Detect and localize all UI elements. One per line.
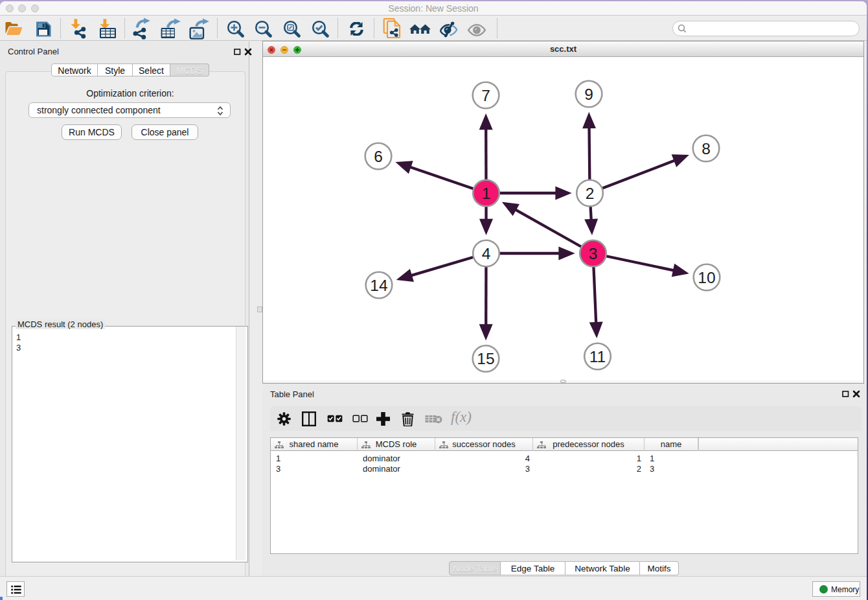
svg-text:10: 10 (698, 269, 715, 286)
svg-text:11: 11 (589, 348, 606, 365)
svg-text:6: 6 (374, 148, 383, 165)
svg-text:1: 1 (482, 185, 491, 202)
svg-text:2: 2 (586, 185, 595, 202)
svg-text:9: 9 (584, 86, 593, 103)
svg-text:15: 15 (477, 350, 494, 367)
svg-text:3: 3 (589, 245, 598, 262)
svg-text:8: 8 (702, 140, 711, 157)
svg-text:4: 4 (482, 245, 491, 262)
svg-text:7: 7 (481, 87, 490, 104)
svg-text:14: 14 (370, 277, 387, 294)
